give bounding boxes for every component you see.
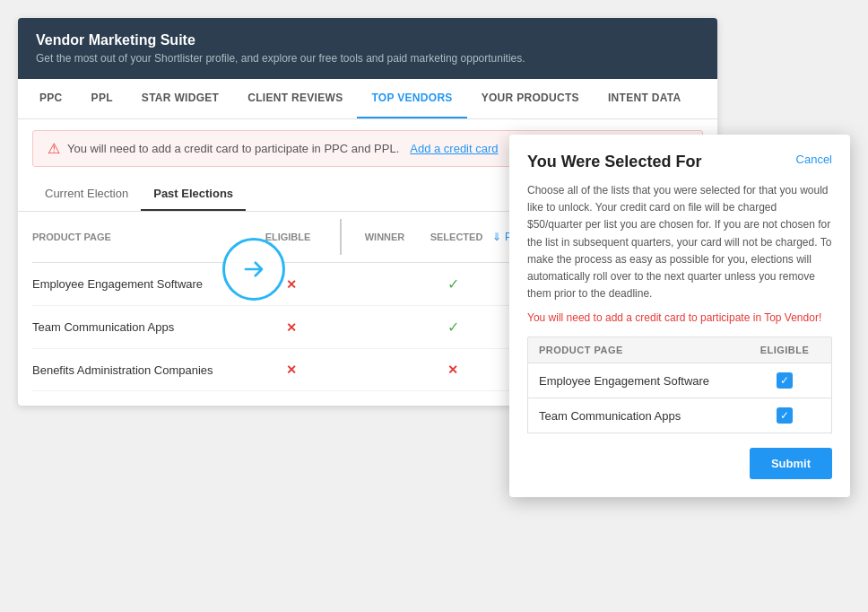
modal-table-row: Employee Engagement Software ✓ [527, 363, 832, 398]
eligible-x-1: ✕ [286, 277, 297, 292]
tab-intent-data[interactable]: INTENT DATA [594, 79, 696, 118]
main-tabs: PPC PPL STAR WIDGET CLIENT REVIEWS TOP V… [18, 79, 717, 119]
tab-top-vendors[interactable]: TOP VENDORS [357, 79, 466, 118]
modal-submit-row: Submit [527, 448, 832, 479]
selected-x-3: ✕ [447, 363, 458, 377]
submit-button[interactable]: Submit [750, 448, 832, 479]
modal-checkbox-1[interactable]: ✓ [777, 372, 793, 389]
modal-overlay: You Were Selected For Cancel Choose all … [509, 135, 850, 497]
modal-col-product-label: PRODUCT PAGE [539, 345, 749, 355]
arrow-circle [222, 238, 285, 301]
app-subtitle: Get the most out of your Shortlister pro… [36, 52, 699, 65]
sub-tab-current[interactable]: Current Election [32, 178, 141, 211]
modal-title: You Were Selected For [527, 153, 701, 171]
tab-ppl[interactable]: PPL [77, 79, 127, 118]
selected-check-1: ✓ [447, 276, 459, 292]
alert-text: You will need to add a credit card to pa… [67, 142, 399, 155]
modal-checkbox-2[interactable]: ✓ [777, 407, 793, 424]
modal-col-eligible-label: ELIGIBLE [749, 345, 820, 355]
product-name-2: Team Communication Apps [32, 320, 247, 334]
alert-icon: ⚠ [48, 140, 60, 157]
col-product-label: PRODUCT PAGE [32, 232, 111, 242]
app-title: Vendor Marketing Suite [36, 32, 699, 48]
table-divider [340, 219, 342, 255]
modal-product-name-1: Employee Engagement Software [539, 374, 749, 388]
modal-product-name-2: Team Communication Apps [539, 409, 749, 423]
header-section: Vendor Marketing Suite Get the most out … [18, 18, 717, 79]
winner-label: Winner [349, 232, 421, 242]
modal-cancel-button[interactable]: Cancel [796, 153, 832, 166]
modal-warning-text: You will need to add a credit card to pa… [527, 311, 832, 324]
modal-body-text: Choose all of the lists that you were se… [527, 182, 832, 302]
product-name-1: Employee Engagement Software [32, 277, 247, 291]
sub-tab-past[interactable]: Past Elections [141, 178, 246, 211]
tab-client-reviews[interactable]: CLIENT REVIEWS [233, 79, 357, 118]
col-eligible-label: ELIGIBLE [265, 232, 311, 242]
modal-table-row: Team Communication Apps ✓ [527, 398, 832, 433]
tab-your-products[interactable]: YOUR PRODUCTS [467, 79, 594, 118]
download-icon: ⇓ [492, 231, 501, 243]
tab-ppc[interactable]: PPC [25, 79, 77, 118]
tab-star-widget[interactable]: STAR WIDGET [127, 79, 233, 118]
col-selected-label: SELECTED [430, 232, 483, 242]
selected-check-2: ✓ [447, 319, 459, 335]
eligible-x-2: ✕ [286, 320, 297, 335]
eligible-x-3: ✕ [286, 363, 297, 377]
product-name-3: Benefits Administration Companies [32, 363, 247, 377]
modal-table-header: PRODUCT PAGE ELIGIBLE [527, 337, 832, 363]
add-credit-card-link[interactable]: Add a credit card [410, 142, 498, 155]
modal-header: You Were Selected For Cancel [527, 153, 832, 171]
